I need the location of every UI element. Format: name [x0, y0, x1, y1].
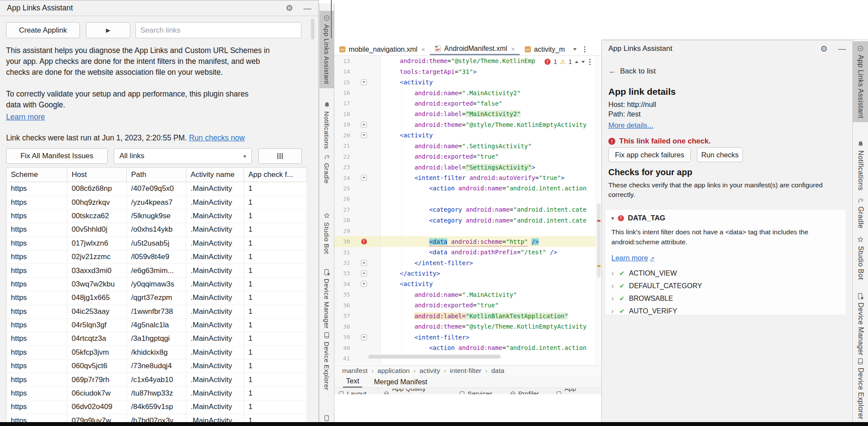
code-line[interactable]: 39 <intent-filter> — [334, 332, 596, 342]
editor-tab-mobile_navigation.xml[interactable]: <>mobile_navigation.xml× — [334, 43, 430, 55]
passed-check-browsable[interactable]: ›✔BROWSABLE — [611, 292, 785, 305]
run-checks-now-link[interactable]: Run checks now — [189, 133, 244, 142]
code-line[interactable]: 36 android:exported="true" — [334, 300, 596, 310]
tool-window-button-app-inspection[interactable]: App Inspection — [556, 389, 601, 394]
minimize-icon[interactable]: — — [838, 47, 846, 51]
breadcrumb-item[interactable]: activity — [419, 367, 440, 375]
learn-more-link[interactable]: Learn more — [6, 113, 45, 122]
table-row[interactable]: https048jg1x665/qgrt37ezpm.MainActivity1 — [7, 291, 307, 305]
close-icon[interactable]: × — [511, 45, 515, 53]
fold-icon[interactable] — [361, 260, 367, 266]
passed-check-action_view[interactable]: ›✔ACTION_VIEW — [611, 267, 785, 280]
hidden-tabs-chevron-icon[interactable] — [573, 48, 577, 50]
tool-strip-item-studio-bot[interactable]: Studio Bot — [853, 233, 868, 284]
tool-strip-item-device-explorer[interactable]: Device Explorer — [853, 354, 868, 423]
error-bulb-icon[interactable]: ! — [361, 239, 367, 244]
table-row[interactable]: https04rtcqtz3a/3a1hgptqgi.MainActivity1 — [7, 332, 307, 346]
code-line[interactable]: 24 <intent-filter android:autoVerify="tr… — [334, 173, 596, 183]
fold-icon[interactable] — [361, 79, 367, 85]
fold-icon[interactable] — [361, 122, 367, 128]
code-line[interactable]: 22 android:exported="true" — [334, 151, 596, 162]
create-applink-button[interactable]: Create Applink — [6, 22, 80, 38]
fold-icon[interactable] — [361, 132, 367, 138]
tool-window-button-services[interactable]: Services — [459, 389, 493, 394]
run-checks-button[interactable]: Run checks — [697, 147, 743, 162]
next-issue-icon[interactable] — [581, 61, 585, 63]
breadcrumb-item[interactable]: manifest — [342, 367, 368, 375]
code-line[interactable]: 25 <action android:name="android.intent.… — [334, 183, 596, 193]
code-line[interactable]: 30! <data android:scheme="http" /> — [334, 236, 596, 246]
table-row[interactable]: https04r5lqn3gf/4g5nalc1la.MainActivity1 — [7, 318, 307, 332]
more-details-link[interactable]: More details... — [608, 121, 653, 130]
code-line[interactable]: 17 android:exported="false" — [334, 98, 596, 109]
table-row[interactable]: https03axxd3mi0/e6g63mim....MainActivity… — [7, 264, 307, 277]
code-line[interactable]: 14 tools:targetApi="31"> — [334, 66, 596, 77]
table-column-header[interactable]: Activity name — [186, 168, 244, 182]
error-stripe[interactable] — [596, 56, 601, 364]
code-line[interactable]: 15 <activity — [334, 77, 596, 87]
horizontal-scrollbar[interactable] — [368, 355, 501, 359]
tool-strip-item-notifications[interactable]: Notifications — [853, 137, 868, 194]
table-row[interactable]: https05kfcp3jvm/khidckix8g.MainActivity1 — [7, 346, 307, 359]
code-editor[interactable]: 13 android:theme="@style/Theme.KotlinEmp… — [334, 56, 596, 364]
tool-strip-item-gradle[interactable]: Gradle — [320, 150, 334, 187]
code-line[interactable]: 29 — [334, 226, 596, 236]
code-line[interactable]: 37 android:label="KotlinBlankTestApplica… — [334, 311, 596, 321]
code-line[interactable]: 28 <category android:name="android.inten… — [334, 215, 596, 226]
code-line[interactable]: 18 android:label="MainActivity2" — [334, 109, 596, 119]
error-stripe-mark[interactable] — [597, 220, 601, 222]
tool-strip-item-app-links-assistant[interactable]: App Links Assistant — [853, 41, 868, 122]
table-row[interactable]: https03wq7w2kbu/y0qqimaw3s.MainActivity1 — [7, 277, 307, 291]
fix-app-check-failures-button[interactable]: Fix app check failures — [608, 147, 691, 162]
failed-check-row[interactable]: ▾ ! DATA_TAG — [611, 214, 665, 222]
fold-icon[interactable] — [361, 270, 367, 276]
table-row[interactable]: https06ciudok7w/tu87hwp33z.MainActivity1 — [7, 386, 307, 400]
fix-all-manifest-issues-button[interactable]: Fix All Manifest Issues — [6, 148, 108, 164]
breadcrumb-item[interactable]: intent-filter — [450, 367, 481, 375]
table-row[interactable]: https069p7r79rh/c1x64yab10.MainActivity1 — [7, 373, 307, 386]
inspection-widget[interactable]: ! 1 ⚠ 1 — [543, 57, 594, 67]
tool-window-button-layout[interactable]: Layout — [339, 389, 366, 394]
learn-more-link[interactable]: Learn more↗ — [611, 254, 654, 262]
fold-icon[interactable] — [361, 281, 367, 287]
code-line[interactable]: 33 </activity> — [334, 268, 596, 279]
table-row[interactable]: https02jv21zzmc/l059v8t4e9.MainActivity1 — [7, 250, 307, 263]
code-line[interactable]: 23 android:label="SettingsActivity"> — [334, 162, 596, 172]
search-input[interactable] — [135, 22, 301, 38]
code-line[interactable]: 19 android:theme="@style/Theme.KotlinEmp… — [334, 120, 596, 130]
manifest-view-tab-merged-manifest[interactable]: Merged Manifest — [371, 376, 430, 388]
code-line[interactable]: 26 — [334, 194, 596, 204]
gear-icon[interactable]: ⚙ — [286, 3, 293, 13]
editor-tab-androidmanifest.xml[interactable]: MFAndroidManifest.xml× — [430, 43, 520, 55]
table-row[interactable]: https06dv02o409/84k659v1sp.MainActivity1 — [7, 400, 307, 414]
breadcrumb-item[interactable]: application — [377, 367, 409, 375]
fold-icon[interactable] — [361, 175, 367, 181]
table-column-header[interactable]: App check f... — [244, 168, 307, 182]
editor-tab-activity_m[interactable]: <>activity_m — [520, 43, 570, 55]
tool-strip-item-gradle[interactable]: Gradle — [853, 193, 868, 232]
links-filter-dropdown[interactable]: All links ▾ — [114, 148, 252, 164]
passed-check-default_category[interactable]: ›✔DEFAULT_CATEGORY — [611, 280, 785, 292]
tool-window-button-profiler[interactable]: Profiler — [510, 389, 539, 394]
code-line[interactable]: 20 <activity — [334, 130, 596, 140]
passed-check-auto_verify[interactable]: ›✔AUTO_VERIFY — [611, 305, 785, 317]
code-line[interactable]: 16 android:name=".MainActivity2" — [334, 87, 596, 98]
table-header-row[interactable]: SchemeHostPathActivity nameApp check f..… — [7, 168, 307, 182]
minimize-icon[interactable]: — — [304, 6, 311, 10]
tool-strip-item-device-manager[interactable]: Device Manager — [320, 265, 334, 333]
warning-stripe-mark[interactable] — [597, 265, 601, 267]
scrollbar-thumb[interactable] — [311, 19, 314, 40]
run-button[interactable]: ▶ — [86, 22, 130, 38]
table-row[interactable]: https00hq9zrkqv/yzu4kpeas7.MainActivity1 — [7, 196, 307, 209]
breadcrumb-item[interactable]: data — [491, 367, 504, 375]
tab-options-kebab-icon[interactable] — [584, 49, 585, 50]
table-row[interactable]: https017jwlxzn6/u5t2usab5j.MainActivity1 — [7, 236, 307, 250]
code-line[interactable]: 32 </intent-filter> — [334, 257, 596, 268]
fold-icon[interactable] — [361, 334, 367, 340]
tool-strip-item-studio-bot[interactable]: Studio Bot — [320, 209, 334, 258]
table-row[interactable]: https00tskcza62/5lknugk9se.MainActivity1 — [7, 209, 307, 223]
code-line[interactable]: 38 android:theme="@style/Theme.KotlinEmp… — [334, 321, 596, 332]
gear-icon[interactable]: ⚙ — [820, 44, 828, 54]
table-row[interactable]: https04ic253aay/1wwnfbr738.MainActivity1 — [7, 305, 307, 318]
code-line[interactable]: 31 <data android:pathPrefix="/test" /> — [334, 247, 596, 257]
